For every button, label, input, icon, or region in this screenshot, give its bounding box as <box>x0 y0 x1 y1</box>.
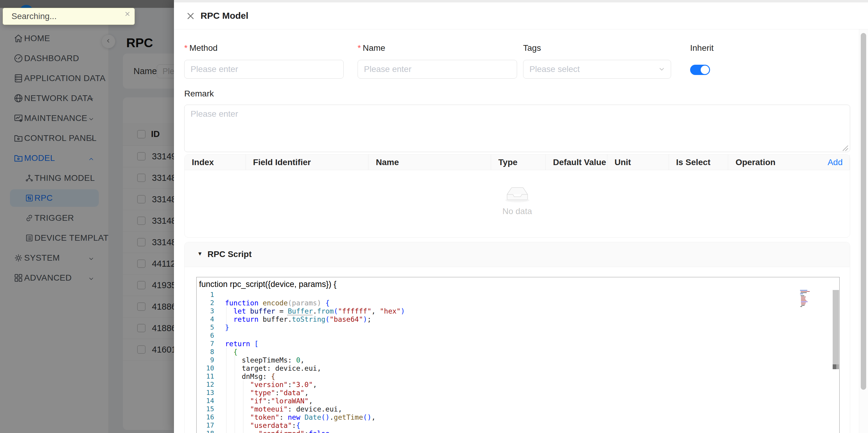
editor-scrollbar-thumb[interactable] <box>833 364 836 369</box>
line-number: 8 <box>196 348 214 355</box>
code-text: "version":"3.0", <box>225 381 317 388</box>
code-line: 5} <box>196 323 839 331</box>
line-number: 1 <box>196 291 214 298</box>
column-header-index: Index <box>185 154 246 170</box>
toast-close-icon[interactable] <box>124 10 131 17</box>
code-line: 12 "version":"3.0", <box>196 380 839 388</box>
code-line: 1 <box>196 291 839 299</box>
toast-message: Searching... <box>11 8 57 25</box>
app-root: HOMEDASHBOARDAPPLICATION DATANETWORK DAT… <box>0 0 868 433</box>
line-number: 13 <box>196 389 214 397</box>
code-line: 2function encode(params) { <box>196 299 839 307</box>
line-number: 15 <box>196 405 214 413</box>
tags-label: Tags <box>523 43 541 53</box>
script-signature-line: function rpc_script({device, params}) { <box>199 280 336 289</box>
code-line: 9 sleepTimeMs: 0, <box>196 356 839 364</box>
switch-knob <box>701 66 709 74</box>
line-number: 12 <box>196 381 214 388</box>
indent-guide <box>226 307 226 331</box>
code-text: "confirmed":false <box>225 430 330 433</box>
code-lines: 12function encode(params) {3 let buffer … <box>196 291 839 433</box>
line-number: 17 <box>196 422 214 429</box>
rpc-script-panel-header[interactable]: ▼ RPC Script <box>185 242 850 267</box>
drawer-close-icon[interactable] <box>186 11 195 21</box>
empty-box-icon <box>503 183 532 204</box>
method-label: *Method <box>184 43 217 53</box>
code-line: 16 "token": new Date().getTime(), <box>196 413 839 421</box>
column-header-field-identifier: Field Identifier <box>246 154 369 170</box>
code-text: dnMsg: { <box>225 373 275 380</box>
line-number: 3 <box>196 307 214 315</box>
inherit-switch[interactable] <box>690 65 710 75</box>
column-header-unit: Unit <box>607 154 669 170</box>
drawer-scrollbar[interactable] <box>859 29 868 433</box>
column-header-default-value: Default Value <box>546 154 607 170</box>
code-line: 17 "userdata":{ <box>196 421 839 429</box>
line-number: 18 <box>196 430 214 433</box>
indent-guide <box>226 348 226 433</box>
remark-label: Remark <box>184 89 214 98</box>
code-text: } <box>225 323 229 331</box>
code-text: return buffer.toString("base64"); <box>225 315 371 323</box>
chevron-down-icon <box>658 66 665 73</box>
code-text: function encode(params) { <box>225 299 330 307</box>
code-text: "moteeui": device.eui, <box>225 405 342 413</box>
line-number: 16 <box>196 413 214 421</box>
line-number: 11 <box>196 373 214 380</box>
no-data-text: No data <box>502 206 532 216</box>
code-text: let buffer = Buffer.from("ffffff", "hex"… <box>225 307 405 315</box>
line-number: 7 <box>196 340 214 347</box>
rpc-model-drawer: RPC Model *Method *Name Tags Inherit Ple… <box>174 0 868 433</box>
code-text: target: device.eui, <box>225 364 321 372</box>
code-text: "if":"loraWAN", <box>225 397 313 405</box>
line-number: 4 <box>196 315 214 323</box>
name-input[interactable] <box>358 60 517 79</box>
indent-guide <box>235 356 235 433</box>
fields-table-header: IndexField IdentifierNameTypeDefault Val… <box>185 154 850 170</box>
line-number: 10 <box>196 364 214 372</box>
drawer-top-strip <box>174 0 868 2</box>
column-header-type: Type <box>491 154 546 170</box>
add-field-link[interactable]: Add <box>828 154 843 170</box>
column-header-is-select: Is Select <box>669 154 728 170</box>
inherit-label: Inherit <box>690 43 714 53</box>
code-line: 13 "type":"data", <box>196 388 839 397</box>
name-label: *Name <box>358 43 385 53</box>
required-mark: * <box>184 43 188 53</box>
drawer-header: RPC Model <box>174 2 868 29</box>
rpc-script-title: RPC Script <box>208 242 252 266</box>
line-number: 5 <box>196 323 214 331</box>
editor-vertical-scrollbar[interactable] <box>833 290 839 364</box>
code-line: 6 <box>196 331 839 340</box>
code-line: 4 return buffer.toString("base64"); <box>196 315 839 323</box>
drawer-title: RPC Model <box>200 2 248 29</box>
code-text: sleepTimeMs: 0, <box>225 356 304 364</box>
drawer-scrollbar-thumb[interactable] <box>861 33 866 390</box>
fields-table: IndexField IdentifierNameTypeDefault Val… <box>184 154 850 238</box>
code-text: "type":"data", <box>225 389 309 397</box>
editor-scrollbar-thumb[interactable] <box>836 364 839 369</box>
tags-select[interactable]: Please select <box>523 60 671 79</box>
code-editor[interactable]: function rpc_script({device, params}) { … <box>196 277 840 433</box>
code-line: 15 "moteeui": device.eui, <box>196 405 839 413</box>
code-line: 11 dnMsg: { <box>196 372 839 380</box>
line-number: 14 <box>196 397 214 405</box>
line-number: 2 <box>196 299 214 307</box>
code-text: "userdata":{ <box>225 422 300 429</box>
code-text: return [ <box>225 340 258 348</box>
code-line: 3 let buffer = Buffer.from("ffffff", "he… <box>196 307 839 315</box>
code-line: 7return [ <box>196 340 839 348</box>
column-header-name: Name <box>369 154 491 170</box>
toast: Searching... <box>3 8 135 25</box>
drawer-body: *Method *Name Tags Inherit Please select… <box>174 29 868 433</box>
line-number: 9 <box>196 356 214 364</box>
code-line: 8 { <box>196 348 839 356</box>
code-line: 14 "if":"loraWAN", <box>196 397 839 405</box>
remark-textarea[interactable] <box>184 105 850 152</box>
method-input[interactable] <box>184 60 344 79</box>
rpc-script-panel: ▼ RPC Script function rpc_script({device… <box>184 242 850 433</box>
line-number: 6 <box>196 332 214 339</box>
code-text: { <box>225 348 238 356</box>
empty-state: No data <box>185 170 850 237</box>
minimap[interactable] <box>800 289 812 312</box>
